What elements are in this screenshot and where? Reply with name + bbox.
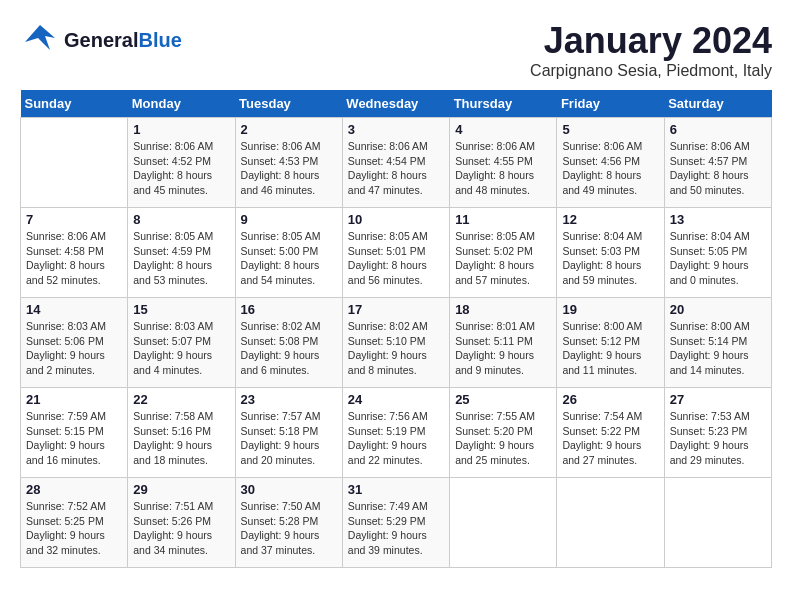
day-number: 30	[241, 482, 337, 497]
calendar-week-row: 7Sunrise: 8:06 AMSunset: 4:58 PMDaylight…	[21, 208, 772, 298]
calendar-cell: 27Sunrise: 7:53 AMSunset: 5:23 PMDayligh…	[664, 388, 771, 478]
day-number: 12	[562, 212, 658, 227]
day-number: 18	[455, 302, 551, 317]
day-number: 6	[670, 122, 766, 137]
calendar-cell: 13Sunrise: 8:04 AMSunset: 5:05 PMDayligh…	[664, 208, 771, 298]
day-number: 17	[348, 302, 444, 317]
day-info: Sunrise: 7:57 AMSunset: 5:18 PMDaylight:…	[241, 409, 337, 468]
day-number: 7	[26, 212, 122, 227]
calendar-week-row: 21Sunrise: 7:59 AMSunset: 5:15 PMDayligh…	[21, 388, 772, 478]
calendar-cell: 4Sunrise: 8:06 AMSunset: 4:55 PMDaylight…	[450, 118, 557, 208]
day-number: 19	[562, 302, 658, 317]
day-number: 29	[133, 482, 229, 497]
calendar-cell: 8Sunrise: 8:05 AMSunset: 4:59 PMDaylight…	[128, 208, 235, 298]
day-info: Sunrise: 8:06 AMSunset: 4:56 PMDaylight:…	[562, 139, 658, 198]
day-number: 28	[26, 482, 122, 497]
calendar-title: January 2024	[530, 20, 772, 62]
day-number: 27	[670, 392, 766, 407]
weekday-header: Friday	[557, 90, 664, 118]
calendar-subtitle: Carpignano Sesia, Piedmont, Italy	[530, 62, 772, 80]
day-number: 15	[133, 302, 229, 317]
day-info: Sunrise: 8:05 AMSunset: 5:00 PMDaylight:…	[241, 229, 337, 288]
weekday-header: Sunday	[21, 90, 128, 118]
day-info: Sunrise: 8:03 AMSunset: 5:07 PMDaylight:…	[133, 319, 229, 378]
day-number: 31	[348, 482, 444, 497]
day-number: 4	[455, 122, 551, 137]
day-info: Sunrise: 7:49 AMSunset: 5:29 PMDaylight:…	[348, 499, 444, 558]
day-number: 16	[241, 302, 337, 317]
calendar-cell: 20Sunrise: 8:00 AMSunset: 5:14 PMDayligh…	[664, 298, 771, 388]
weekday-header: Thursday	[450, 90, 557, 118]
calendar-cell: 15Sunrise: 8:03 AMSunset: 5:07 PMDayligh…	[128, 298, 235, 388]
day-number: 1	[133, 122, 229, 137]
day-number: 20	[670, 302, 766, 317]
weekday-header: Monday	[128, 90, 235, 118]
day-info: Sunrise: 8:04 AMSunset: 5:03 PMDaylight:…	[562, 229, 658, 288]
calendar-cell: 12Sunrise: 8:04 AMSunset: 5:03 PMDayligh…	[557, 208, 664, 298]
logo-text: GeneralBlue	[64, 29, 182, 51]
day-number: 5	[562, 122, 658, 137]
calendar-header: SundayMondayTuesdayWednesdayThursdayFrid…	[21, 90, 772, 118]
day-info: Sunrise: 8:01 AMSunset: 5:11 PMDaylight:…	[455, 319, 551, 378]
day-number: 26	[562, 392, 658, 407]
calendar-cell	[557, 478, 664, 568]
day-number: 24	[348, 392, 444, 407]
calendar-cell: 14Sunrise: 8:03 AMSunset: 5:06 PMDayligh…	[21, 298, 128, 388]
day-info: Sunrise: 8:03 AMSunset: 5:06 PMDaylight:…	[26, 319, 122, 378]
day-number: 14	[26, 302, 122, 317]
calendar-cell: 30Sunrise: 7:50 AMSunset: 5:28 PMDayligh…	[235, 478, 342, 568]
weekday-header: Saturday	[664, 90, 771, 118]
calendar-cell: 6Sunrise: 8:06 AMSunset: 4:57 PMDaylight…	[664, 118, 771, 208]
day-info: Sunrise: 7:56 AMSunset: 5:19 PMDaylight:…	[348, 409, 444, 468]
day-info: Sunrise: 8:06 AMSunset: 4:53 PMDaylight:…	[241, 139, 337, 198]
calendar-cell: 31Sunrise: 7:49 AMSunset: 5:29 PMDayligh…	[342, 478, 449, 568]
calendar-cell: 7Sunrise: 8:06 AMSunset: 4:58 PMDaylight…	[21, 208, 128, 298]
day-number: 23	[241, 392, 337, 407]
calendar-cell: 22Sunrise: 7:58 AMSunset: 5:16 PMDayligh…	[128, 388, 235, 478]
day-info: Sunrise: 7:55 AMSunset: 5:20 PMDaylight:…	[455, 409, 551, 468]
calendar-week-row: 1Sunrise: 8:06 AMSunset: 4:52 PMDaylight…	[21, 118, 772, 208]
calendar-cell: 2Sunrise: 8:06 AMSunset: 4:53 PMDaylight…	[235, 118, 342, 208]
day-info: Sunrise: 8:06 AMSunset: 4:55 PMDaylight:…	[455, 139, 551, 198]
day-info: Sunrise: 7:54 AMSunset: 5:22 PMDaylight:…	[562, 409, 658, 468]
calendar-cell: 28Sunrise: 7:52 AMSunset: 5:25 PMDayligh…	[21, 478, 128, 568]
page-header: GeneralBlue January 2024 Carpignano Sesi…	[20, 20, 772, 80]
svg-marker-0	[25, 25, 55, 50]
title-section: January 2024 Carpignano Sesia, Piedmont,…	[530, 20, 772, 80]
calendar-cell: 26Sunrise: 7:54 AMSunset: 5:22 PMDayligh…	[557, 388, 664, 478]
day-number: 25	[455, 392, 551, 407]
calendar-week-row: 14Sunrise: 8:03 AMSunset: 5:06 PMDayligh…	[21, 298, 772, 388]
day-info: Sunrise: 8:00 AMSunset: 5:14 PMDaylight:…	[670, 319, 766, 378]
day-info: Sunrise: 8:06 AMSunset: 4:52 PMDaylight:…	[133, 139, 229, 198]
calendar-cell	[21, 118, 128, 208]
day-number: 22	[133, 392, 229, 407]
logo-bird-icon	[20, 20, 60, 59]
calendar-cell: 17Sunrise: 8:02 AMSunset: 5:10 PMDayligh…	[342, 298, 449, 388]
calendar-cell: 1Sunrise: 8:06 AMSunset: 4:52 PMDaylight…	[128, 118, 235, 208]
weekday-header-row: SundayMondayTuesdayWednesdayThursdayFrid…	[21, 90, 772, 118]
day-info: Sunrise: 8:05 AMSunset: 5:02 PMDaylight:…	[455, 229, 551, 288]
weekday-header: Tuesday	[235, 90, 342, 118]
day-info: Sunrise: 7:51 AMSunset: 5:26 PMDaylight:…	[133, 499, 229, 558]
day-info: Sunrise: 8:06 AMSunset: 4:58 PMDaylight:…	[26, 229, 122, 288]
calendar-cell: 18Sunrise: 8:01 AMSunset: 5:11 PMDayligh…	[450, 298, 557, 388]
day-info: Sunrise: 8:06 AMSunset: 4:54 PMDaylight:…	[348, 139, 444, 198]
day-number: 9	[241, 212, 337, 227]
calendar-cell	[450, 478, 557, 568]
calendar-table: SundayMondayTuesdayWednesdayThursdayFrid…	[20, 90, 772, 568]
calendar-cell: 23Sunrise: 7:57 AMSunset: 5:18 PMDayligh…	[235, 388, 342, 478]
calendar-cell: 3Sunrise: 8:06 AMSunset: 4:54 PMDaylight…	[342, 118, 449, 208]
day-info: Sunrise: 7:59 AMSunset: 5:15 PMDaylight:…	[26, 409, 122, 468]
day-info: Sunrise: 8:02 AMSunset: 5:08 PMDaylight:…	[241, 319, 337, 378]
calendar-cell: 5Sunrise: 8:06 AMSunset: 4:56 PMDaylight…	[557, 118, 664, 208]
calendar-cell: 10Sunrise: 8:05 AMSunset: 5:01 PMDayligh…	[342, 208, 449, 298]
day-number: 3	[348, 122, 444, 137]
calendar-cell: 19Sunrise: 8:00 AMSunset: 5:12 PMDayligh…	[557, 298, 664, 388]
calendar-cell: 24Sunrise: 7:56 AMSunset: 5:19 PMDayligh…	[342, 388, 449, 478]
calendar-cell	[664, 478, 771, 568]
calendar-week-row: 28Sunrise: 7:52 AMSunset: 5:25 PMDayligh…	[21, 478, 772, 568]
day-number: 2	[241, 122, 337, 137]
day-info: Sunrise: 8:02 AMSunset: 5:10 PMDaylight:…	[348, 319, 444, 378]
day-info: Sunrise: 7:50 AMSunset: 5:28 PMDaylight:…	[241, 499, 337, 558]
day-info: Sunrise: 8:06 AMSunset: 4:57 PMDaylight:…	[670, 139, 766, 198]
